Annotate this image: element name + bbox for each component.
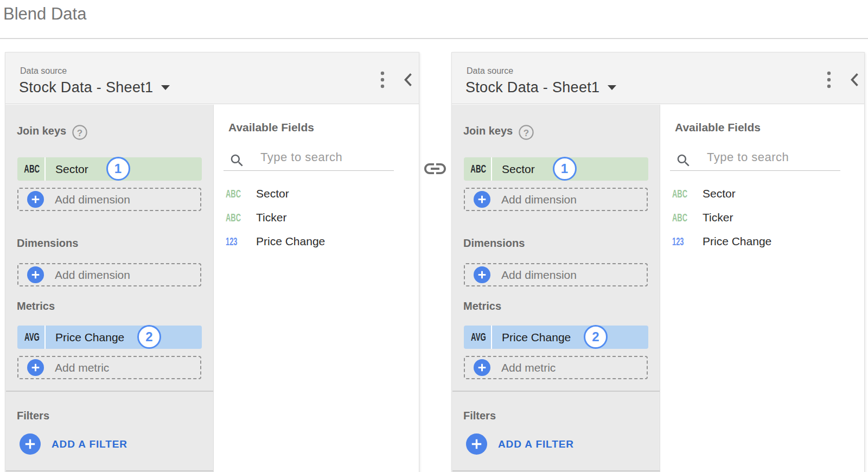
svg-text:?: ? bbox=[524, 128, 529, 138]
svg-text:?: ? bbox=[77, 128, 82, 138]
